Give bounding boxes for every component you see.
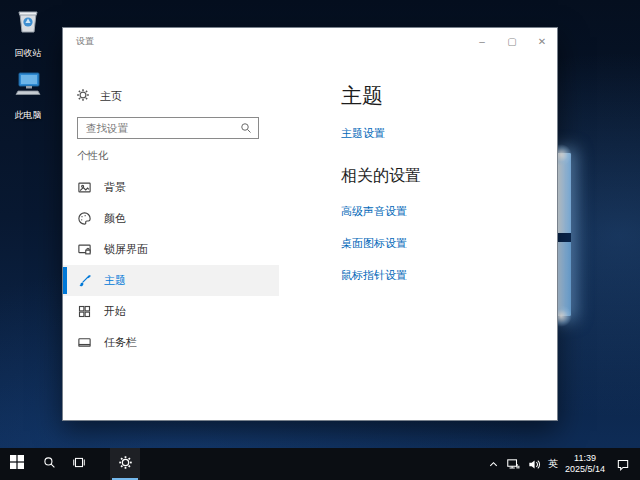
input-language-indicator[interactable]: 英 [548,457,558,471]
advanced-sound-settings-link[interactable]: 高级声音设置 [341,204,407,219]
network-icon[interactable] [506,458,520,471]
related-settings-heading: 相关的设置 [341,166,421,187]
task-view-icon [72,455,86,473]
window-title: 设置 [76,35,94,48]
search-icon[interactable] [240,122,252,134]
start-icon [77,304,92,319]
taskbar-clock[interactable]: 11:39 2025/5/14 [565,453,605,476]
desktop-icon-label: 回收站 [15,48,42,58]
sidebar-item-label: 开始 [104,304,126,319]
desktop-icon-this-pc[interactable]: 此电脑 [4,68,52,122]
settings-window: 设置 – ▢ ✕ [62,27,558,421]
sidebar-home-label: 主页 [100,89,122,104]
search-icon [43,455,56,473]
window-titlebar[interactable]: 设置 – ▢ ✕ [63,28,557,56]
clock-time: 11:39 [574,453,596,463]
taskbar-icon [77,335,92,350]
wallpaper-light-bar [557,153,571,316]
show-hidden-icons-chevron[interactable] [488,459,499,470]
desktop-icon-label: 此电脑 [15,110,42,120]
sidebar-nav: 背景 颜色 [63,172,279,358]
sidebar-item-label: 锁屏界面 [104,242,148,257]
system-tray: 英 11:39 2025/5/14 [488,448,640,480]
task-view-button[interactable] [64,448,94,480]
sidebar-item-lock-screen[interactable]: 锁屏界面 [63,234,279,265]
sidebar-item-taskbar[interactable]: 任务栏 [63,327,279,358]
windows-logo-icon [10,455,24,473]
taskbar: 英 11:39 2025/5/14 [0,448,640,480]
volume-icon[interactable] [527,458,541,471]
home-gear-icon [76,88,90,104]
gear-icon [118,455,133,474]
sidebar-item-label: 背景 [104,180,126,195]
action-center-icon[interactable] [616,458,630,471]
taskbar-search-button[interactable] [34,448,64,480]
sidebar-item-colors[interactable]: 颜色 [63,203,279,234]
sidebar-section-label: 个性化 [77,149,109,163]
desktop-icon-settings-link[interactable]: 桌面图标设置 [341,236,407,251]
desktop-icon-recycle-bin[interactable]: 回收站 [4,6,52,60]
sidebar-item-home[interactable]: 主页 [76,88,122,104]
colors-icon [77,211,92,226]
sidebar-item-start[interactable]: 开始 [63,296,279,327]
desktop-wallpaper: 回收站 此电脑 设置 – ▢ ✕ [0,0,640,480]
sidebar-item-label: 颜色 [104,211,126,226]
settings-search-box [77,117,259,139]
themes-icon [77,273,92,288]
mouse-pointer-settings-link[interactable]: 鼠标指针设置 [341,268,407,283]
search-input[interactable] [78,122,240,134]
selected-accent-bar [63,267,67,294]
recycle-bin-icon [4,6,52,40]
sidebar-item-themes[interactable]: 主题 [63,265,279,296]
sidebar-item-background[interactable]: 背景 [63,172,279,203]
sidebar-item-label: 主题 [104,273,126,288]
lock-screen-icon [77,242,92,257]
taskbar-settings-app-button[interactable] [110,448,140,480]
settings-content: 主题 主题设置 相关的设置 高级声音设置 桌面图标设置 鼠标指针设置 [279,56,557,420]
theme-settings-link[interactable]: 主题设置 [341,126,385,141]
this-pc-icon [4,68,52,102]
close-button[interactable]: ✕ [527,28,557,54]
start-button[interactable] [0,448,34,480]
settings-sidebar: 主页 个性化 [63,56,279,420]
page-title: 主题 [341,82,383,110]
background-icon [77,180,92,195]
minimize-button[interactable]: – [467,28,497,54]
clock-date: 2025/5/14 [565,464,605,474]
maximize-button[interactable]: ▢ [497,28,527,54]
sidebar-item-label: 任务栏 [104,335,137,350]
